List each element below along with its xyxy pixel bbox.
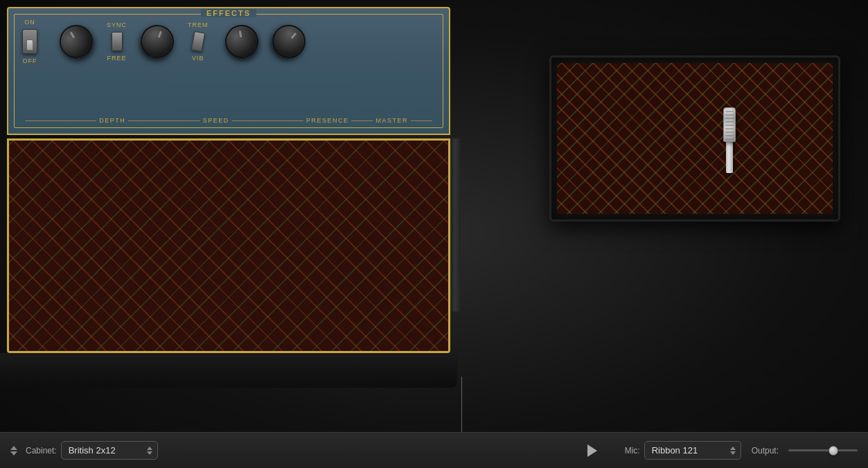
amp-bottom-strip [0, 353, 457, 388]
master-knob[interactable] [265, 18, 312, 65]
sync-free-toggle[interactable] [112, 32, 123, 51]
trem-toggle-group: TREM VIB [188, 21, 209, 62]
mic-label: Mic: [625, 446, 640, 456]
amp-side-strap [450, 138, 461, 312]
preset-prev-arrow[interactable] [10, 446, 17, 450]
on-off-toggle[interactable] [22, 29, 37, 54]
depth-bottom-label: DEPTH [99, 117, 125, 124]
grille-pattern [9, 141, 448, 351]
speed-knob-group [141, 25, 174, 58]
mic-body [726, 142, 733, 173]
depth-knob-group [60, 25, 93, 58]
mic-select[interactable]: Ribbon 121 Condenser 87 Dynamic 57 Conde… [644, 441, 741, 460]
effects-panel: EFFECTS ON OFF SYNC FREE [7, 7, 450, 135]
presence-bottom-label: PRESENCE [306, 117, 349, 124]
off-label: OFF [23, 57, 37, 64]
cabinet-grille [557, 63, 833, 214]
output-slider-thumb[interactable] [829, 446, 838, 456]
on-off-toggle-group: ON OFF [22, 19, 37, 64]
vib-label: VIB [192, 55, 204, 62]
amp-body: EFFECTS ON OFF SYNC FREE [0, 0, 457, 367]
play-button[interactable] [587, 444, 597, 457]
free-label: FREE [107, 55, 127, 62]
sync-label: SYNC [107, 21, 127, 28]
on-label: ON [24, 19, 35, 26]
mic-capsule [723, 107, 736, 142]
output-slider-track[interactable] [788, 449, 858, 451]
master-bottom-label: MASTER [375, 117, 408, 124]
presence-knob-group [225, 25, 258, 58]
short-sep [351, 120, 373, 121]
sync-toggle-group: SYNC FREE [107, 21, 127, 62]
presence-knob[interactable] [222, 22, 261, 61]
preset-nav-arrows[interactable] [10, 446, 17, 456]
cabinet-select[interactable]: British 2x12 American 4x10 British 4x12 … [61, 441, 158, 460]
trem-vib-toggle[interactable] [191, 31, 205, 52]
controls-row: ON OFF SYNC FREE TREM VIB [8, 8, 449, 68]
bottom-labels: DEPTH SPEED PRESENCE MASTER [8, 117, 449, 124]
preset-next-arrow[interactable] [10, 451, 17, 456]
trem-label: TREM [188, 21, 209, 28]
cabinet-label: Cabinet: [26, 446, 57, 456]
cabinet-box [549, 55, 840, 222]
output-label: Output: [752, 446, 779, 456]
cabinet-right [549, 55, 840, 249]
mic-select-wrapper[interactable]: Ribbon 121 Condenser 87 Dynamic 57 Conde… [644, 441, 741, 460]
speed-bottom-label: SPEED [203, 117, 229, 124]
bottom-toolbar: Cabinet: British 2x12 American 4x10 Brit… [0, 432, 868, 468]
speed-knob[interactable] [136, 20, 179, 63]
microphone [723, 107, 736, 170]
amp-grille [7, 138, 450, 353]
output-section: Output: [752, 446, 858, 456]
master-knob-group [272, 25, 305, 58]
depth-knob[interactable] [53, 19, 99, 64]
cabinet-grille-pattern [557, 63, 833, 214]
cabinet-select-wrapper[interactable]: British 2x12 American 4x10 British 4x12 … [61, 441, 158, 460]
position-indicator [461, 377, 462, 432]
